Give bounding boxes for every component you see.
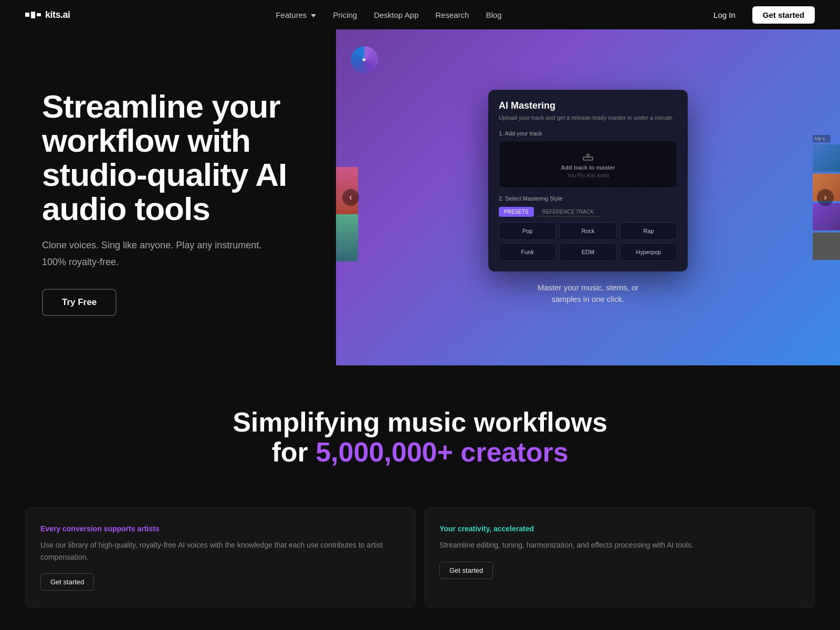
brand-logo[interactable]: kits.ai [25, 9, 70, 20]
nav-actions: Log In Get started [707, 6, 815, 24]
style-btn-funk[interactable]: Funk [499, 243, 556, 261]
side-thumb-4 [813, 233, 840, 260]
carousel-next-button[interactable]: › [817, 189, 834, 206]
svg-rect-0 [583, 157, 593, 160]
style-grid: Pop Rock Rap Funk EDM Hyperpop [499, 222, 677, 261]
hero-subtitle-2: 100% royalty-free. [42, 257, 357, 268]
style-btn-rock[interactable]: Rock [559, 222, 616, 240]
hero-section: Streamline your workflow with studio-qua… [0, 29, 840, 365]
caption-line1: Master your music, stems, or [538, 283, 639, 292]
card-subtitle: Upload your track and get a release-read… [499, 114, 677, 121]
simplify-section: Simplifying music workflows for 5,000,00… [0, 365, 840, 507]
card-step1-label: 1. Add your track [499, 130, 677, 136]
info-card-creativity-cta[interactable]: Get started [439, 562, 493, 579]
tab-presets[interactable]: PRESETS [499, 207, 534, 217]
hero-subtitle-1: Clone voices. Sing like anyone. Play any… [42, 238, 357, 253]
nav-link-blog[interactable]: Blog [486, 10, 501, 19]
nav-item-features[interactable]: Features [276, 10, 316, 19]
circle-decoration: ▶ [351, 46, 378, 74]
login-button[interactable]: Log In [707, 6, 742, 24]
style-btn-edm[interactable]: EDM [559, 243, 616, 261]
mastering-tabs: PRESETS REFERENCE TRACK [499, 207, 677, 217]
info-card-creativity: Your creativity, accelerated Streamline … [424, 507, 815, 608]
tab-reference-track[interactable]: REFERENCE TRACK [537, 207, 599, 217]
simplify-title: Simplifying music workflows for 5,000,00… [25, 407, 815, 467]
nav-link-pricing[interactable]: Pricing [333, 10, 357, 19]
logo-icon [25, 12, 41, 18]
info-card-artists: Every conversion supports artists Use ou… [25, 507, 416, 608]
style-btn-hyperpop[interactable]: Hyperpop [620, 243, 677, 261]
info-card-artists-desc: Use our library of high-quality, royalty… [40, 539, 401, 563]
simplify-accent: 5,000,000+ creators [316, 437, 568, 467]
info-card-creativity-label: Your creativity, accelerated [439, 524, 800, 533]
style-btn-pop[interactable]: Pop [499, 222, 556, 240]
hero-visual-panel: ▶ ‹ AI Mastering Upload your track and g… [336, 29, 840, 365]
carousel-prev-button[interactable]: ‹ [342, 189, 359, 206]
nav-link-features[interactable]: Features [276, 10, 307, 19]
side-thumb-3 [813, 203, 840, 230]
upload-sub-text: You Pro Kits Artist [567, 173, 609, 178]
upload-icon [582, 150, 594, 162]
get-started-nav-button[interactable]: Get started [752, 6, 815, 24]
nav-link-desktop-app[interactable]: Desktop App [374, 10, 418, 19]
info-card-artists-label: Every conversion supports artists [40, 524, 401, 533]
chevron-down-icon [311, 14, 316, 17]
nav-link-research[interactable]: Research [435, 10, 469, 19]
hero-content: Streamline your workflow with studio-qua… [42, 89, 357, 316]
card-caption: Master your music, stems, or samples in … [538, 282, 639, 306]
card-upload-area[interactable]: Add track to master You Pro Kits Artist [499, 141, 677, 188]
carousel-content: AI Mastering Upload your track and get a… [488, 90, 688, 306]
hero-visual-inner: ▶ ‹ AI Mastering Upload your track and g… [336, 29, 840, 365]
side-panel-label: My v... [813, 135, 831, 142]
brand-name: kits.ai [45, 9, 70, 20]
card-title: AI Mastering [499, 100, 677, 111]
info-card-creativity-desc: Streamline editing, tuning, harmonizatio… [439, 539, 800, 551]
simplify-title-line2-prefix: for [271, 437, 316, 467]
style-btn-rap[interactable]: Rap [620, 222, 677, 240]
simplify-title-line1: Simplifying music workflows [233, 407, 607, 437]
side-thumb-1 [813, 144, 840, 172]
upload-main-text: Add track to master [561, 164, 615, 171]
info-cards-row: Every conversion supports artists Use ou… [0, 507, 840, 630]
navbar: kits.ai Features Pricing Desktop App Res… [0, 0, 840, 29]
ai-mastering-card: AI Mastering Upload your track and get a… [488, 90, 688, 271]
card-step2-label: 2. Select Mastering Style [499, 195, 677, 202]
caption-line2: samples in one click. [552, 295, 624, 303]
try-free-button[interactable]: Try Free [42, 289, 117, 316]
hero-title: Streamline your workflow with studio-qua… [42, 89, 357, 226]
info-card-artists-cta[interactable]: Get started [40, 573, 94, 591]
nav-links: Features Pricing Desktop App Research Bl… [276, 10, 501, 19]
